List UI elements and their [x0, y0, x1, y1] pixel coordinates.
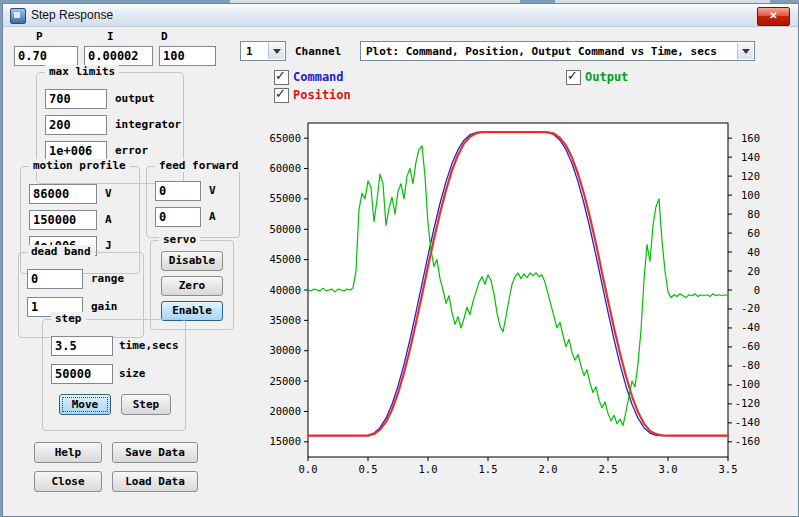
velocity-input[interactable]: [29, 184, 97, 204]
left-axis-tick-label: 55000: [269, 192, 301, 204]
right-axis-tick-label: -40: [741, 321, 760, 333]
right-axis-tick-label: 100: [741, 189, 760, 201]
right-axis-tick-label: 80: [747, 208, 760, 220]
channel-dropdown-button[interactable]: [268, 43, 284, 59]
step-group: step time,secs size Move Step: [42, 319, 186, 431]
left-axis-tick-label: 45000: [269, 253, 301, 265]
client-area: P I D max limits output integrator error…: [3, 26, 796, 515]
d-gain-input[interactable]: [159, 46, 216, 66]
step-size-input[interactable]: [51, 364, 113, 384]
chart-svg: 1500020000250003000035000400004500050000…: [258, 113, 768, 485]
enable-button[interactable]: Enable: [161, 301, 223, 321]
right-axis-tick-label: -80: [741, 359, 760, 371]
right-axis-tick-label: -160: [735, 435, 760, 447]
max-output-label: output: [115, 92, 155, 105]
x-axis-tick-label: 2.0: [539, 463, 558, 475]
zero-button[interactable]: Zero: [161, 276, 223, 296]
ff-velocity-label: V: [209, 184, 216, 197]
dead-band-range-input[interactable]: [27, 269, 83, 289]
motion-profile-title: motion profile: [29, 159, 130, 172]
acceleration-label: A: [105, 213, 112, 226]
left-axis-tick-label: 50000: [269, 223, 301, 235]
load-data-button[interactable]: Load Data: [112, 471, 198, 492]
command-checkbox[interactable]: [274, 70, 289, 85]
plot-dropdown-button[interactable]: [737, 43, 753, 59]
p-gain-input[interactable]: [14, 46, 78, 66]
max-output-input[interactable]: [45, 89, 107, 109]
x-axis-tick-label: 0.0: [299, 463, 318, 475]
right-axis-tick-label: 0: [754, 284, 760, 296]
plot-select[interactable]: Plot: Command, Position, Output Command …: [360, 41, 755, 61]
max-error-label: error: [115, 144, 148, 157]
right-axis-tick-label: 60: [747, 227, 760, 239]
dead-band-range-label: range: [91, 272, 124, 285]
step-size-label: size: [119, 367, 146, 380]
chevron-down-icon: [742, 49, 750, 54]
max-integrator-input[interactable]: [45, 115, 107, 135]
disable-button[interactable]: Disable: [161, 251, 223, 271]
left-axis-tick-label: 40000: [269, 284, 301, 296]
channel-label: Channel: [295, 45, 341, 58]
dead-band-title: dead band: [27, 245, 95, 258]
right-axis-tick-label: 40: [747, 246, 760, 258]
ff-acceleration-label: A: [209, 210, 216, 223]
max-limits-title: max limits: [45, 65, 119, 78]
right-axis-tick-label: -60: [741, 340, 760, 352]
right-axis-tick-label: -140: [735, 416, 760, 428]
ff-velocity-input[interactable]: [155, 181, 201, 201]
right-axis-tick-label: 120: [741, 170, 760, 182]
chart-area: 1500020000250003000035000400004500050000…: [258, 113, 768, 485]
command-checkbox-label: Command: [293, 70, 344, 84]
chevron-down-icon: [273, 49, 281, 54]
max-integrator-label: integrator: [115, 118, 181, 131]
left-axis-tick-label: 25000: [269, 375, 301, 387]
left-axis-tick-label: 35000: [269, 314, 301, 326]
plot-frame: [308, 123, 728, 457]
acceleration-input[interactable]: [29, 210, 97, 230]
left-axis-tick-label: 60000: [269, 162, 301, 174]
feed-forward-group: feed forward V A: [146, 166, 240, 238]
step-response-window: Step Response ✕ P I D max limits output …: [2, 3, 799, 517]
x-axis-tick-label: 2.5: [599, 463, 618, 475]
d-label: D: [161, 30, 168, 43]
output-checkbox[interactable]: [566, 70, 581, 85]
x-axis-tick-label: 1.0: [419, 463, 438, 475]
position-checkbox[interactable]: [274, 88, 289, 103]
x-axis-tick-label: 0.5: [359, 463, 378, 475]
title-bar[interactable]: Step Response ✕: [3, 4, 798, 27]
p-label: P: [36, 30, 43, 43]
right-axis-tick-label: -120: [735, 397, 760, 409]
step-time-input[interactable]: [51, 336, 113, 356]
jerk-label: J: [105, 239, 112, 252]
save-data-button[interactable]: Save Data: [112, 442, 198, 463]
right-axis-tick-label: -100: [735, 378, 760, 390]
ff-acceleration-input[interactable]: [155, 207, 201, 227]
channel-select[interactable]: 1: [240, 41, 286, 61]
step-button[interactable]: Step: [121, 394, 171, 415]
max-error-input[interactable]: [45, 141, 107, 161]
help-button[interactable]: Help: [34, 442, 102, 463]
left-axis-tick-label: 30000: [269, 344, 301, 356]
right-axis-tick-label: 20: [747, 265, 760, 277]
servo-title: servo: [159, 233, 200, 246]
feed-forward-title: feed forward: [155, 159, 242, 172]
x-axis-tick-label: 3.0: [659, 463, 678, 475]
left-axis-tick-label: 15000: [269, 435, 301, 447]
close-window-button[interactable]: ✕: [757, 7, 790, 26]
position-checkbox-label: Position: [293, 88, 351, 102]
step-title: step: [51, 312, 86, 325]
right-axis-tick-label: 140: [741, 151, 760, 163]
close-button[interactable]: Close: [34, 471, 102, 492]
output-checkbox-label: Output: [585, 70, 628, 84]
dead-band-gain-label: gain: [91, 300, 118, 313]
i-gain-input[interactable]: [84, 46, 153, 66]
right-axis-tick-label: 160: [741, 132, 760, 144]
step-time-label: time,secs: [119, 339, 179, 352]
move-button[interactable]: Move: [59, 394, 111, 415]
x-axis-tick-label: 3.5: [719, 463, 738, 475]
x-axis-tick-label: 1.5: [479, 463, 498, 475]
i-label: I: [107, 30, 114, 43]
servo-group: servo Disable Zero Enable: [150, 240, 234, 330]
app-icon: [10, 8, 26, 24]
left-axis-tick-label: 20000: [269, 405, 301, 417]
